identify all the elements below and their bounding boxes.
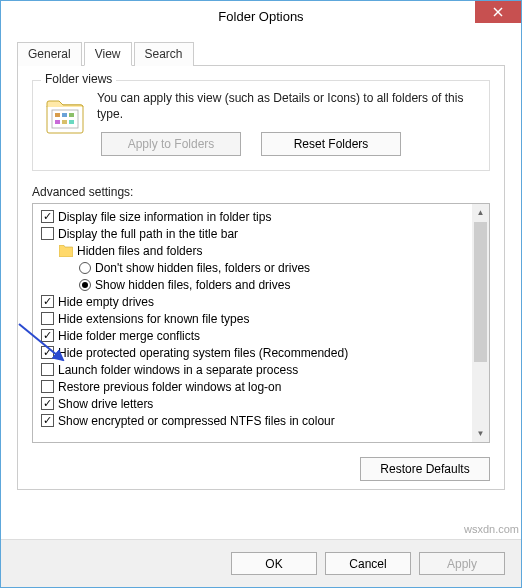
- tree-row[interactable]: Display the full path in the title bar: [35, 225, 470, 242]
- tab-strip: General View Search: [17, 42, 505, 66]
- checkbox-icon[interactable]: [41, 380, 54, 393]
- tree-row-label: Don't show hidden files, folders or driv…: [95, 261, 310, 275]
- tree-row-label: Restore previous folder windows at log-o…: [58, 380, 281, 394]
- tree-row[interactable]: Launch folder windows in a separate proc…: [35, 361, 470, 378]
- scrollbar[interactable]: ▲ ▼: [472, 204, 489, 442]
- folder-views-icon: [43, 95, 87, 139]
- close-button[interactable]: [475, 1, 521, 23]
- tree-row-label: Launch folder windows in a separate proc…: [58, 363, 298, 377]
- checkbox-icon[interactable]: [41, 414, 54, 427]
- apply-button[interactable]: Apply: [419, 552, 505, 575]
- tab-view[interactable]: View: [84, 42, 132, 66]
- svg-rect-7: [55, 120, 60, 124]
- tree-row-label: Hide empty drives: [58, 295, 154, 309]
- svg-rect-6: [69, 113, 74, 117]
- advanced-settings-label: Advanced settings:: [32, 185, 490, 199]
- folder-views-desc: You can apply this view (such as Details…: [97, 91, 479, 122]
- tree-row-label: Hide extensions for known file types: [58, 312, 249, 326]
- svg-rect-8: [62, 120, 67, 124]
- client-area: General View Search Folder views: [1, 31, 521, 490]
- checkbox-icon[interactable]: [41, 227, 54, 240]
- ok-button[interactable]: OK: [231, 552, 317, 575]
- tree-row-label: Hidden files and folders: [77, 244, 202, 258]
- radio-icon[interactable]: [79, 279, 91, 291]
- tree-row-label: Hide protected operating system files (R…: [58, 346, 348, 360]
- apply-to-folders-button[interactable]: Apply to Folders: [101, 132, 241, 156]
- folder-views-title: Folder views: [41, 72, 116, 86]
- tab-search[interactable]: Search: [134, 42, 194, 66]
- tree-row[interactable]: Display file size information in folder …: [35, 208, 470, 225]
- checkbox-icon[interactable]: [41, 363, 54, 376]
- svg-rect-3: [52, 110, 78, 128]
- tree-row-label: Display file size information in folder …: [58, 210, 271, 224]
- tree-row[interactable]: Don't show hidden files, folders or driv…: [35, 259, 470, 276]
- tree-row[interactable]: Show drive letters: [35, 395, 470, 412]
- tree-row-label: Show drive letters: [58, 397, 153, 411]
- tree-row[interactable]: Show hidden files, folders and drives: [35, 276, 470, 293]
- checkbox-icon[interactable]: [41, 295, 54, 308]
- folder-options-window: Folder Options General View Search Folde…: [0, 0, 522, 588]
- checkbox-icon[interactable]: [41, 329, 54, 342]
- watermark: wsxdn.com: [464, 523, 519, 535]
- tree-row-label: Hide folder merge conflicts: [58, 329, 200, 343]
- tree-row-label: Display the full path in the title bar: [58, 227, 238, 241]
- tree-row[interactable]: Hide protected operating system files (R…: [35, 344, 470, 361]
- scroll-thumb[interactable]: [474, 222, 487, 362]
- svg-rect-9: [69, 120, 74, 124]
- checkbox-icon[interactable]: [41, 312, 54, 325]
- tree-row[interactable]: Hide extensions for known file types: [35, 310, 470, 327]
- folder-views-group: Folder views You can apply this view (su…: [32, 80, 490, 171]
- tab-general[interactable]: General: [17, 42, 82, 66]
- tab-panel-view: Folder views You can apply this view (su…: [17, 65, 505, 490]
- svg-rect-5: [62, 113, 67, 117]
- checkbox-icon[interactable]: [41, 346, 54, 359]
- svg-rect-4: [55, 113, 60, 117]
- checkbox-icon[interactable]: [41, 397, 54, 410]
- tree-row[interactable]: Hide folder merge conflicts: [35, 327, 470, 344]
- radio-icon[interactable]: [79, 262, 91, 274]
- scroll-down-button[interactable]: ▼: [472, 425, 489, 442]
- tree-row[interactable]: Hidden files and folders: [35, 242, 470, 259]
- scroll-up-button[interactable]: ▲: [472, 204, 489, 221]
- folder-icon: [59, 245, 73, 257]
- tree-row[interactable]: Restore previous folder windows at log-o…: [35, 378, 470, 395]
- titlebar: Folder Options: [1, 1, 521, 31]
- close-icon: [493, 7, 503, 17]
- window-title: Folder Options: [218, 9, 303, 24]
- tree-row-label: Show hidden files, folders and drives: [95, 278, 290, 292]
- dialog-footer: OK Cancel Apply: [1, 539, 521, 587]
- advanced-settings-tree[interactable]: Display file size information in folder …: [32, 203, 490, 443]
- tree-row[interactable]: Hide empty drives: [35, 293, 470, 310]
- tree-row-label: Show encrypted or compressed NTFS files …: [58, 414, 335, 428]
- cancel-button[interactable]: Cancel: [325, 552, 411, 575]
- checkbox-icon[interactable]: [41, 210, 54, 223]
- reset-folders-button[interactable]: Reset Folders: [261, 132, 401, 156]
- tree-row[interactable]: Show encrypted or compressed NTFS files …: [35, 412, 470, 429]
- restore-defaults-button[interactable]: Restore Defaults: [360, 457, 490, 481]
